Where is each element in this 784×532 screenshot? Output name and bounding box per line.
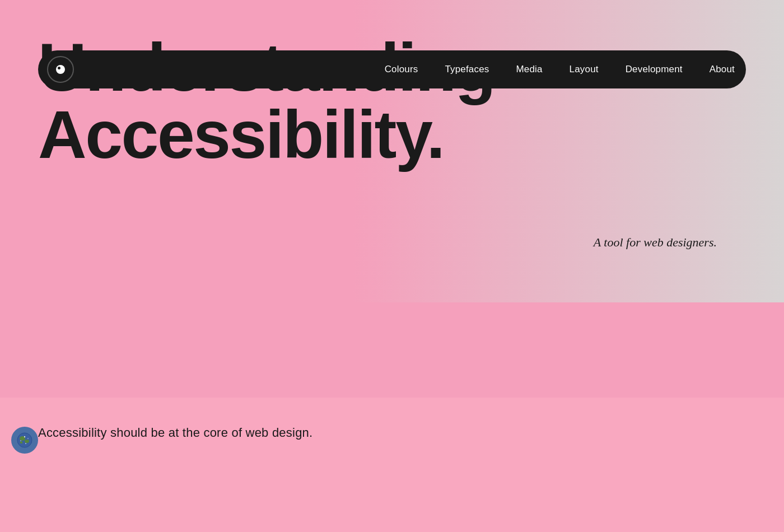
nav-item-media[interactable]: Media xyxy=(516,64,542,75)
below-hero-section xyxy=(0,398,784,532)
navbar: Colours Typefaces Media Layout Developme… xyxy=(38,50,746,88)
nav-link-typefaces[interactable]: Typefaces xyxy=(445,64,489,74)
svg-point-3 xyxy=(20,441,23,444)
svg-point-2 xyxy=(25,440,29,443)
hero-title-line2: Accessibility. xyxy=(38,97,444,172)
nav-links: Colours Typefaces Media Layout Developme… xyxy=(385,64,735,75)
below-hero-tagline: Accessibility should be at the core of w… xyxy=(38,426,312,440)
globe-cookie-icon xyxy=(16,431,34,449)
nav-logo[interactable] xyxy=(47,56,74,83)
svg-point-4 xyxy=(24,436,25,437)
hero-subtitle: A tool for web designers. xyxy=(594,235,717,250)
nav-link-colours[interactable]: Colours xyxy=(385,64,418,74)
nav-link-about[interactable]: About xyxy=(710,64,735,74)
page-wrapper: Colours Typefaces Media Layout Developme… xyxy=(0,0,784,532)
svg-point-6 xyxy=(20,440,21,441)
nav-link-layout[interactable]: Layout xyxy=(570,64,599,74)
nav-item-typefaces[interactable]: Typefaces xyxy=(445,64,489,75)
nav-item-colours[interactable]: Colours xyxy=(385,64,418,75)
cookie-settings-button[interactable] xyxy=(11,427,38,454)
svg-point-7 xyxy=(25,443,26,444)
svg-point-5 xyxy=(27,438,29,439)
logo-dot-icon xyxy=(56,65,65,74)
nav-link-media[interactable]: Media xyxy=(516,64,542,74)
nav-item-layout[interactable]: Layout xyxy=(570,64,599,75)
nav-item-development[interactable]: Development xyxy=(626,64,683,75)
svg-point-0 xyxy=(17,433,32,447)
nav-item-about[interactable]: About xyxy=(710,64,735,75)
nav-link-development[interactable]: Development xyxy=(626,64,683,74)
